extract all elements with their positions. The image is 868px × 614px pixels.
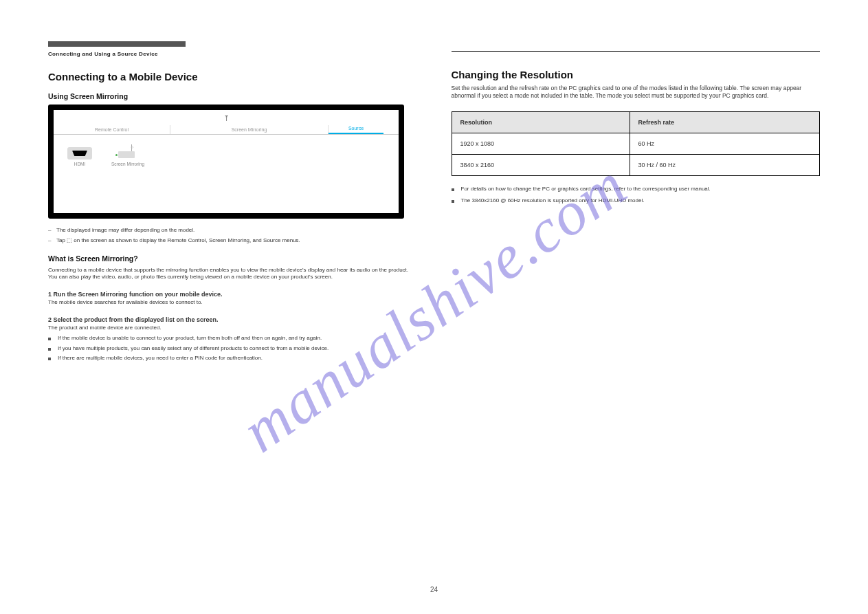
bullet-item: If you have multiple products, you can e…	[48, 345, 417, 353]
tab-source[interactable]: Source	[329, 124, 383, 134]
left-section-title: Connecting to a Mobile Device	[48, 71, 417, 83]
note-item: The displayed image may differ depending…	[48, 227, 417, 234]
collapse-icon: ⤒	[223, 114, 230, 123]
right-column: Changing the Resolution Set the resoluti…	[452, 41, 821, 365]
step-2-title: 2 Select the product from the displayed …	[48, 316, 417, 323]
tab-remote-control[interactable]: Remote Control	[54, 125, 170, 134]
step-1-title: 1 Run the Screen Mirroring function on y…	[48, 291, 417, 298]
chapter-label: Connecting and Using a Source Device	[48, 51, 417, 57]
page-number: 24	[430, 586, 438, 593]
table-row: 1920 x 1080 60 Hz	[452, 133, 820, 154]
chapter-bar	[48, 41, 186, 47]
hdmi-icon	[67, 147, 92, 160]
left-column: Connecting and Using a Source Device Con…	[48, 41, 417, 365]
note-item: Tap ⬚ on the screen as shown to display …	[48, 237, 417, 245]
resolution-notes: For details on how to change the PC or g…	[452, 186, 821, 205]
bullet-item: If there are multiple mobile devices, yo…	[48, 355, 417, 362]
mockup-notes: The displayed image may differ depending…	[48, 227, 417, 245]
step-2-desc: The product and mobile device are connec…	[48, 325, 417, 332]
left-subsection-title: Using Screen Mirroring	[48, 92, 417, 100]
device-mockup: ⤒ Remote Control Screen Mirroring Source…	[48, 105, 404, 219]
top-divider	[452, 51, 821, 52]
mirroring-icon: ⟡	[111, 144, 136, 160]
what-is-title: What is Screen Mirroring?	[48, 254, 417, 263]
tile-screen-mirroring[interactable]: ⟡ Screen Mirroring	[111, 144, 144, 166]
th-refresh: Refresh rate	[630, 111, 819, 133]
tile-hdmi[interactable]: HDMI	[67, 147, 92, 166]
resolution-table: Resolution Refresh rate 1920 x 1080 60 H…	[452, 111, 821, 176]
table-row: 3840 x 2160 30 Hz / 60 Hz	[452, 154, 820, 175]
step-1-desc: The mobile device searches for available…	[48, 299, 417, 307]
right-section-title: Changing the Resolution	[452, 69, 821, 80]
th-resolution: Resolution	[452, 111, 630, 133]
bullet-item: For details on how to change the PC or g…	[452, 186, 821, 193]
tab-screen-mirroring[interactable]: Screen Mirroring	[170, 125, 329, 134]
bullet-item: If the mobile device is unable to connec…	[48, 335, 417, 342]
bullet-item: The 3840x2160 @ 60Hz resolution is suppo…	[452, 197, 821, 205]
what-is-body: Connecting to a mobile device that suppo…	[48, 267, 417, 282]
connection-notes: If the mobile device is unable to connec…	[48, 335, 417, 362]
right-desc: Set the resolution and the refresh rate …	[452, 85, 821, 100]
